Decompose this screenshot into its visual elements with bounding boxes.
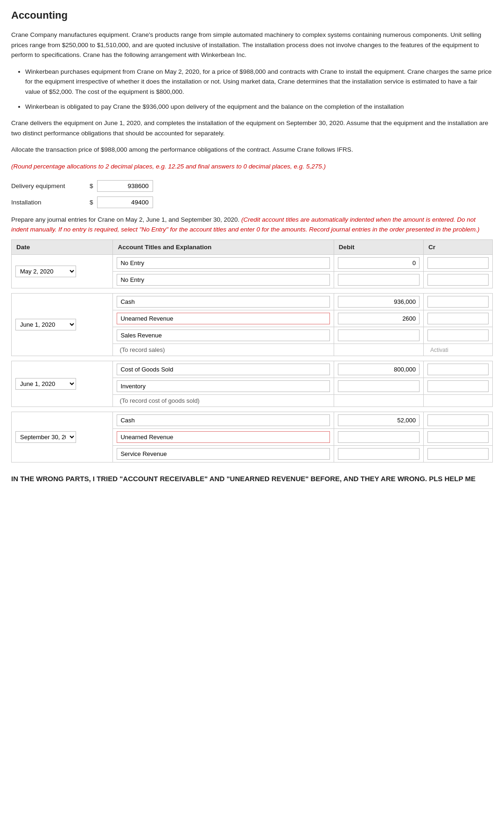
header-date: Date bbox=[12, 239, 113, 254]
bullet-list: Winkerbean purchases equipment from Cran… bbox=[25, 67, 493, 112]
debit-cell-sep30-sr bbox=[334, 445, 423, 462]
bullet-item-2: Winkerbean is obligated to pay Crane the… bbox=[25, 102, 493, 112]
credit-input-sep30-ur[interactable] bbox=[427, 431, 489, 443]
debit-input-june1-3[interactable] bbox=[338, 329, 420, 341]
credit-cell-june1-3 bbox=[424, 327, 493, 343]
date-select-june1-a[interactable]: June 1, 2020 May 2, 2020 September 30, 2… bbox=[15, 319, 76, 330]
credit-input-june1-3[interactable] bbox=[427, 329, 489, 341]
table-header-row: Date Account Titles and Explanation Debi… bbox=[12, 239, 493, 254]
date-select-may2[interactable]: May 2, 2020 June 1, 2020 September 30, 2… bbox=[15, 266, 76, 277]
debit-cell-may2-1 bbox=[334, 254, 423, 271]
debit-input-june1-inv[interactable] bbox=[338, 380, 420, 392]
debit-input-june1-cogs[interactable] bbox=[338, 364, 420, 375]
credit-input-june1-2[interactable] bbox=[427, 313, 489, 324]
header-credit: Cr bbox=[424, 239, 493, 254]
installation-label: Installation bbox=[11, 199, 86, 206]
account-input-june1-1[interactable] bbox=[117, 296, 329, 308]
debit-input-sep30-ur[interactable] bbox=[338, 431, 420, 443]
date-select-june1-b[interactable]: June 1, 2020 May 2, 2020 September 30, 2… bbox=[15, 378, 76, 390]
note-text-june1: (To record sales) bbox=[117, 344, 168, 355]
credit-cell-june1-cogs bbox=[424, 361, 493, 378]
empty-debit-june1b bbox=[334, 394, 423, 406]
empty-debit-june1 bbox=[334, 343, 423, 356]
header-debit: Debit bbox=[334, 239, 423, 254]
date-select-sep30[interactable]: September 30, 2020 May 2, 2020 June 1, 2… bbox=[15, 431, 76, 443]
credit-input-sep30-sr[interactable] bbox=[427, 448, 489, 460]
account-cell-june1-3 bbox=[113, 327, 334, 343]
intro-paragraph3: Allocate the transaction price of $988,0… bbox=[11, 145, 493, 155]
debit-input-june1-2[interactable] bbox=[338, 313, 420, 324]
note-cell-june1: (To record sales) bbox=[113, 343, 334, 356]
credit-input-june1-inv[interactable] bbox=[427, 380, 489, 392]
account-input-sep30-ur[interactable] bbox=[117, 431, 329, 443]
credit-cell-june1-2 bbox=[424, 310, 493, 327]
account-input-june1-3[interactable] bbox=[117, 329, 329, 341]
account-cell-sep30-sr bbox=[113, 445, 334, 462]
debit-cell-june1-cogs bbox=[334, 361, 423, 378]
delivery-input[interactable] bbox=[97, 180, 153, 192]
account-input-june1-2[interactable] bbox=[117, 313, 329, 324]
credit-input-june1-1[interactable] bbox=[427, 296, 489, 308]
credit-cell-sep30-ur bbox=[424, 428, 493, 445]
account-input-may2-1[interactable] bbox=[117, 257, 329, 269]
installation-row: Installation $ bbox=[11, 196, 493, 208]
debit-input-may2-1[interactable] bbox=[338, 257, 420, 269]
credit-cell-sep30-sr bbox=[424, 445, 493, 462]
debit-cell-sep30-ur bbox=[334, 428, 423, 445]
table-row: June 1, 2020 May 2, 2020 September 30, 2… bbox=[12, 361, 493, 378]
account-input-june1-cogs[interactable] bbox=[117, 364, 329, 375]
date-cell-june1-a: June 1, 2020 May 2, 2020 September 30, 2… bbox=[12, 293, 113, 356]
credit-cell-june1-1 bbox=[424, 293, 493, 310]
delivery-label: Delivery equipment bbox=[11, 182, 86, 189]
account-cell-may2-2 bbox=[113, 271, 334, 288]
debit-input-sep30-sr[interactable] bbox=[338, 448, 420, 460]
credit-input-may2-1[interactable] bbox=[427, 257, 489, 269]
debit-cell-june1-3 bbox=[334, 327, 423, 343]
intro-paragraph2: Crane delivers the equipment on June 1, … bbox=[11, 118, 493, 138]
journal-instruction: Prepare any journal entries for Crane on… bbox=[11, 215, 493, 235]
date-cell-sep30: September 30, 2020 May 2, 2020 June 1, 2… bbox=[12, 412, 113, 462]
debit-input-sep30-cash[interactable] bbox=[338, 414, 420, 426]
intro-paragraph1: Crane Company manufactures equipment. Cr… bbox=[11, 30, 493, 60]
date-cell-may2: May 2, 2020 June 1, 2020 September 30, 2… bbox=[12, 254, 113, 288]
installation-input[interactable] bbox=[97, 196, 153, 208]
installation-dollar: $ bbox=[90, 199, 93, 206]
debit-input-may2-2[interactable] bbox=[338, 274, 420, 286]
credit-input-sep30-cash[interactable] bbox=[427, 414, 489, 426]
debit-cell-june1-2 bbox=[334, 310, 423, 327]
note-text-june1b: (To record cost of goods sold) bbox=[117, 395, 202, 406]
spacer-row-2 bbox=[12, 356, 493, 361]
debit-input-june1-1[interactable] bbox=[338, 296, 420, 308]
account-input-sep30-cash[interactable] bbox=[117, 414, 329, 426]
account-cell-june1-2 bbox=[113, 310, 334, 327]
credit-input-may2-2[interactable] bbox=[427, 274, 489, 286]
account-cell-sep30-cash bbox=[113, 412, 334, 428]
date-cell-june1-b: June 1, 2020 May 2, 2020 September 30, 2… bbox=[12, 361, 113, 406]
bullet-item-1: Winkerbean purchases equipment from Cran… bbox=[25, 67, 493, 97]
journal-table: Date Account Titles and Explanation Debi… bbox=[11, 239, 493, 463]
debit-cell-sep30-cash bbox=[334, 412, 423, 428]
credit-cell-sep30-cash bbox=[424, 412, 493, 428]
table-row: May 2, 2020 June 1, 2020 September 30, 2… bbox=[12, 254, 493, 271]
help-text: IN THE WRONG PARTS, I TRIED "ACCOUNT REC… bbox=[11, 474, 493, 484]
debit-cell-june1-inv bbox=[334, 378, 423, 394]
account-input-june1-inv[interactable] bbox=[117, 380, 329, 392]
header-account: Account Titles and Explanation bbox=[113, 239, 334, 254]
credit-cell-june1-inv bbox=[424, 378, 493, 394]
delivery-row: Delivery equipment $ bbox=[11, 180, 493, 192]
account-cell-june1-1 bbox=[113, 293, 334, 310]
empty-credit-june1b bbox=[424, 394, 493, 406]
account-input-may2-2[interactable] bbox=[117, 274, 329, 286]
journal-instruction-plain: Prepare any journal entries for Crane on… bbox=[11, 216, 239, 223]
account-input-sep30-sr[interactable] bbox=[117, 448, 329, 460]
account-cell-june1-inv bbox=[113, 378, 334, 394]
note-cell-june1b: (To record cost of goods sold) bbox=[113, 394, 334, 406]
debit-cell-june1-1 bbox=[334, 293, 423, 310]
account-cell-may2-1 bbox=[113, 254, 334, 271]
activate-text: Activati bbox=[427, 345, 451, 355]
spacer-row bbox=[12, 288, 493, 293]
spacer-row-3 bbox=[12, 406, 493, 412]
credit-input-june1-cogs[interactable] bbox=[427, 364, 489, 375]
allocation-section: Delivery equipment $ Installation $ bbox=[11, 180, 493, 208]
table-row: June 1, 2020 May 2, 2020 September 30, 2… bbox=[12, 293, 493, 310]
